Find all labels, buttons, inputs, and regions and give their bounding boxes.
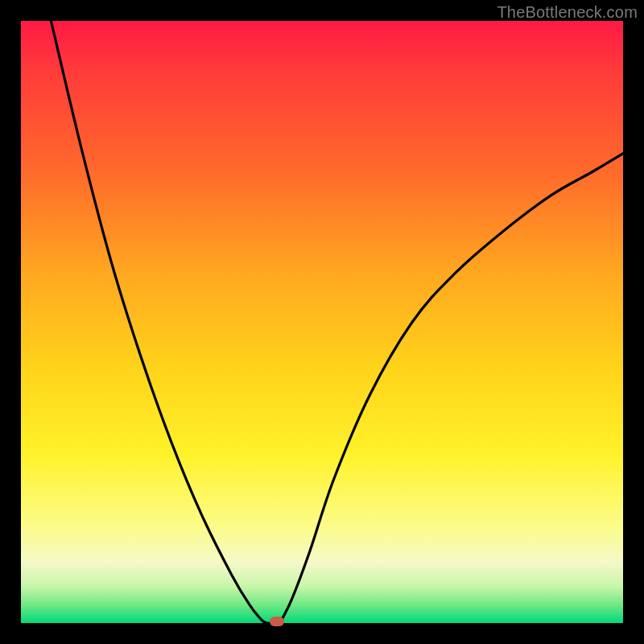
bottleneck-marker <box>270 617 284 626</box>
right-curve <box>280 154 623 623</box>
chart-plot-area <box>21 21 623 623</box>
watermark-text: TheBottleneck.com <box>497 3 638 22</box>
curve-layer <box>21 21 623 623</box>
left-curve <box>51 21 274 623</box>
